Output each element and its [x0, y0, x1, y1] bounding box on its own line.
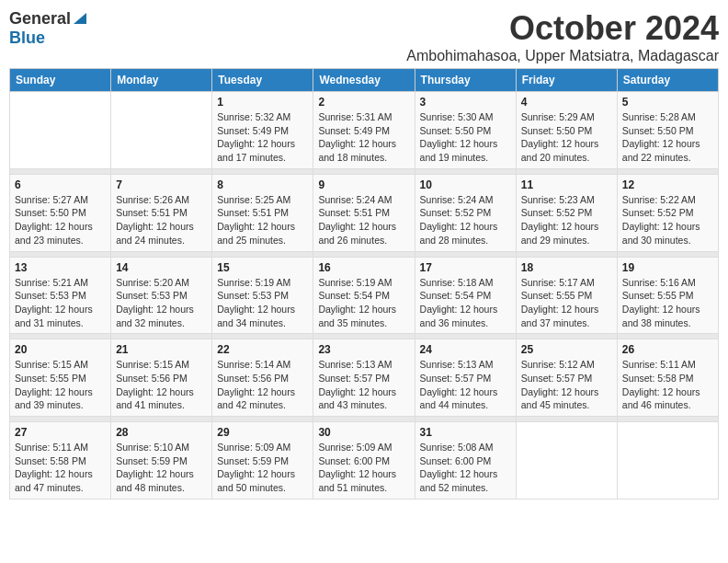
- header-wednesday: Wednesday: [313, 69, 415, 92]
- day-info: Sunrise: 5:15 AMSunset: 5:56 PMDaylight:…: [116, 358, 207, 412]
- calendar-cell: 4Sunrise: 5:29 AMSunset: 5:50 PMDaylight…: [516, 92, 617, 169]
- calendar-cell: 6Sunrise: 5:27 AMSunset: 5:50 PMDaylight…: [10, 174, 111, 251]
- day-number: 31: [420, 426, 511, 439]
- day-info: Sunrise: 5:12 AMSunset: 5:57 PMDaylight:…: [521, 358, 612, 412]
- day-info: Sunrise: 5:22 AMSunset: 5:52 PMDaylight:…: [622, 193, 713, 247]
- day-info: Sunrise: 5:20 AMSunset: 5:53 PMDaylight:…: [116, 276, 207, 330]
- day-number: 14: [116, 261, 207, 274]
- location: Ambohimahasoa, Upper Matsiatra, Madagasc…: [406, 48, 719, 64]
- day-info: Sunrise: 5:09 AMSunset: 6:00 PMDaylight:…: [318, 441, 409, 495]
- day-info: Sunrise: 5:13 AMSunset: 5:57 PMDaylight:…: [318, 358, 409, 412]
- month-title: October 2024: [406, 9, 719, 48]
- calendar-cell: 3Sunrise: 5:30 AMSunset: 5:50 PMDaylight…: [415, 92, 516, 169]
- day-number: 17: [420, 261, 511, 274]
- calendar-cell: 22Sunrise: 5:14 AMSunset: 5:56 PMDayligh…: [212, 339, 313, 417]
- calendar-cell: 18Sunrise: 5:17 AMSunset: 5:55 PMDayligh…: [516, 257, 617, 334]
- day-info: Sunrise: 5:23 AMSunset: 5:52 PMDaylight:…: [521, 193, 612, 247]
- day-info: Sunrise: 5:16 AMSunset: 5:55 PMDaylight:…: [622, 276, 713, 330]
- header-saturday: Saturday: [617, 69, 718, 92]
- day-info: Sunrise: 5:26 AMSunset: 5:51 PMDaylight:…: [116, 193, 207, 247]
- day-number: 11: [521, 178, 612, 191]
- calendar-cell: [617, 422, 718, 500]
- day-info: Sunrise: 5:19 AMSunset: 5:54 PMDaylight:…: [318, 276, 409, 330]
- day-number: 3: [420, 96, 511, 109]
- logo-blue: Blue: [9, 29, 45, 47]
- header-thursday: Thursday: [415, 69, 516, 92]
- week-row-1: 1Sunrise: 5:32 AMSunset: 5:49 PMDaylight…: [10, 92, 719, 169]
- day-info: Sunrise: 5:29 AMSunset: 5:50 PMDaylight:…: [521, 110, 612, 165]
- day-number: 28: [116, 426, 207, 439]
- day-number: 26: [622, 343, 713, 356]
- calendar-header-row: Sunday Monday Tuesday Wednesday Thursday…: [10, 69, 719, 92]
- header-tuesday: Tuesday: [212, 69, 313, 92]
- day-number: 18: [521, 261, 612, 274]
- day-number: 9: [318, 178, 409, 191]
- day-number: 29: [217, 426, 308, 439]
- day-info: Sunrise: 5:18 AMSunset: 5:54 PMDaylight:…: [420, 276, 511, 330]
- day-info: Sunrise: 5:13 AMSunset: 5:57 PMDaylight:…: [420, 358, 511, 412]
- page-header: General Blue October 2024 Ambohimahasoa,…: [9, 9, 719, 64]
- calendar-cell: 29Sunrise: 5:09 AMSunset: 5:59 PMDayligh…: [212, 422, 313, 500]
- calendar-cell: 28Sunrise: 5:10 AMSunset: 5:59 PMDayligh…: [111, 422, 212, 500]
- day-info: Sunrise: 5:27 AMSunset: 5:50 PMDaylight:…: [15, 193, 106, 247]
- day-info: Sunrise: 5:11 AMSunset: 5:58 PMDaylight:…: [622, 358, 713, 412]
- day-number: 20: [15, 343, 106, 356]
- logo-icon: [72, 9, 88, 26]
- header-sunday: Sunday: [10, 69, 111, 92]
- calendar-cell: 25Sunrise: 5:12 AMSunset: 5:57 PMDayligh…: [516, 339, 617, 417]
- calendar-cell: 31Sunrise: 5:08 AMSunset: 6:00 PMDayligh…: [415, 422, 516, 500]
- day-number: 7: [116, 178, 207, 191]
- calendar-cell: 15Sunrise: 5:19 AMSunset: 5:53 PMDayligh…: [212, 257, 313, 334]
- day-info: Sunrise: 5:11 AMSunset: 5:58 PMDaylight:…: [15, 441, 106, 495]
- calendar-cell: 7Sunrise: 5:26 AMSunset: 5:51 PMDaylight…: [111, 174, 212, 251]
- day-number: 27: [15, 426, 106, 439]
- header-monday: Monday: [111, 69, 212, 92]
- day-number: 16: [318, 261, 409, 274]
- calendar-cell: 1Sunrise: 5:32 AMSunset: 5:49 PMDaylight…: [212, 92, 313, 169]
- week-row-2: 6Sunrise: 5:27 AMSunset: 5:50 PMDaylight…: [10, 174, 719, 251]
- day-info: Sunrise: 5:19 AMSunset: 5:53 PMDaylight:…: [217, 276, 308, 330]
- day-number: 23: [318, 343, 409, 356]
- day-info: Sunrise: 5:10 AMSunset: 5:59 PMDaylight:…: [116, 441, 207, 495]
- calendar-cell: 2Sunrise: 5:31 AMSunset: 5:49 PMDaylight…: [313, 92, 415, 169]
- logo-general: General: [9, 9, 71, 29]
- week-row-5: 27Sunrise: 5:11 AMSunset: 5:58 PMDayligh…: [10, 422, 719, 500]
- day-info: Sunrise: 5:30 AMSunset: 5:50 PMDaylight:…: [420, 110, 511, 165]
- day-number: 8: [217, 178, 308, 191]
- logo: General Blue: [9, 9, 88, 48]
- day-number: 21: [116, 343, 207, 356]
- week-row-3: 13Sunrise: 5:21 AMSunset: 5:53 PMDayligh…: [10, 257, 719, 334]
- calendar-cell: [10, 92, 111, 169]
- calendar-cell: 12Sunrise: 5:22 AMSunset: 5:52 PMDayligh…: [617, 174, 718, 251]
- day-info: Sunrise: 5:28 AMSunset: 5:50 PMDaylight:…: [622, 110, 713, 165]
- calendar-cell: 23Sunrise: 5:13 AMSunset: 5:57 PMDayligh…: [313, 339, 415, 417]
- title-block: October 2024 Ambohimahasoa, Upper Matsia…: [406, 9, 719, 64]
- day-number: 25: [521, 343, 612, 356]
- calendar-cell: 19Sunrise: 5:16 AMSunset: 5:55 PMDayligh…: [617, 257, 718, 334]
- calendar-cell: 20Sunrise: 5:15 AMSunset: 5:55 PMDayligh…: [10, 339, 111, 417]
- calendar-cell: 5Sunrise: 5:28 AMSunset: 5:50 PMDaylight…: [617, 92, 718, 169]
- day-number: 12: [622, 178, 713, 191]
- calendar-table: Sunday Monday Tuesday Wednesday Thursday…: [9, 68, 719, 500]
- calendar-cell: 9Sunrise: 5:24 AMSunset: 5:51 PMDaylight…: [313, 174, 415, 251]
- calendar-cell: 30Sunrise: 5:09 AMSunset: 6:00 PMDayligh…: [313, 422, 415, 500]
- day-info: Sunrise: 5:24 AMSunset: 5:52 PMDaylight:…: [420, 193, 511, 247]
- calendar-cell: 17Sunrise: 5:18 AMSunset: 5:54 PMDayligh…: [415, 257, 516, 334]
- day-number: 19: [622, 261, 713, 274]
- header-friday: Friday: [516, 69, 617, 92]
- calendar-cell: [111, 92, 212, 169]
- svg-marker-0: [74, 13, 86, 24]
- day-info: Sunrise: 5:15 AMSunset: 5:55 PMDaylight:…: [15, 358, 106, 412]
- day-info: Sunrise: 5:14 AMSunset: 5:56 PMDaylight:…: [217, 358, 308, 412]
- day-number: 30: [318, 426, 409, 439]
- day-number: 6: [15, 178, 106, 191]
- day-number: 15: [217, 261, 308, 274]
- day-number: 1: [217, 96, 308, 109]
- calendar-cell: 10Sunrise: 5:24 AMSunset: 5:52 PMDayligh…: [415, 174, 516, 251]
- calendar-cell: [516, 422, 617, 500]
- calendar-cell: 13Sunrise: 5:21 AMSunset: 5:53 PMDayligh…: [10, 257, 111, 334]
- day-number: 13: [15, 261, 106, 274]
- day-info: Sunrise: 5:24 AMSunset: 5:51 PMDaylight:…: [318, 193, 409, 247]
- day-number: 2: [318, 96, 409, 109]
- calendar-cell: 16Sunrise: 5:19 AMSunset: 5:54 PMDayligh…: [313, 257, 415, 334]
